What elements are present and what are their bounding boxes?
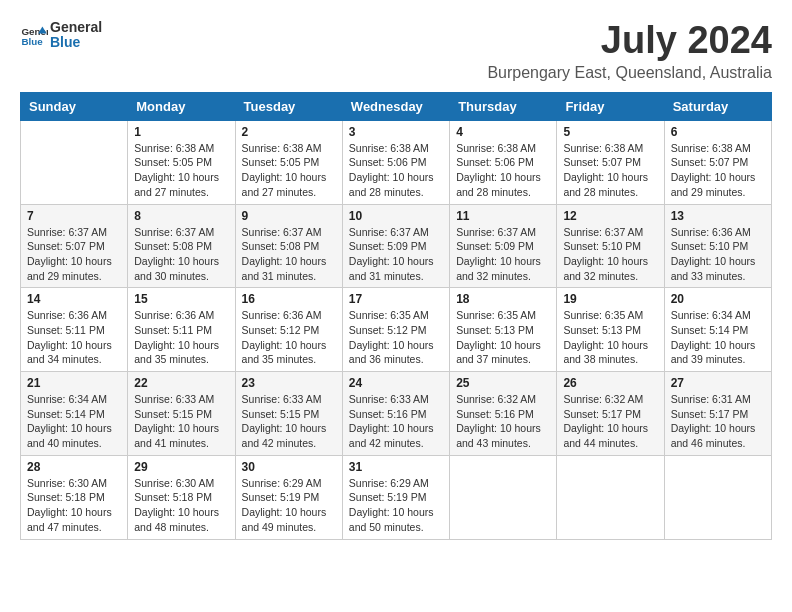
- calendar-day-cell: 23Sunrise: 6:33 AMSunset: 5:15 PMDayligh…: [235, 372, 342, 456]
- calendar-week-row: 7Sunrise: 6:37 AMSunset: 5:07 PMDaylight…: [21, 204, 772, 288]
- calendar-day-cell: 24Sunrise: 6:33 AMSunset: 5:16 PMDayligh…: [342, 372, 449, 456]
- day-number: 25: [456, 376, 550, 390]
- calendar-week-row: 1Sunrise: 6:38 AMSunset: 5:05 PMDaylight…: [21, 120, 772, 204]
- day-number: 4: [456, 125, 550, 139]
- day-info: Sunrise: 6:29 AMSunset: 5:19 PMDaylight:…: [349, 476, 443, 535]
- day-number: 22: [134, 376, 228, 390]
- day-number: 5: [563, 125, 657, 139]
- day-info: Sunrise: 6:38 AMSunset: 5:06 PMDaylight:…: [456, 141, 550, 200]
- calendar-day-cell: 20Sunrise: 6:34 AMSunset: 5:14 PMDayligh…: [664, 288, 771, 372]
- day-number: 12: [563, 209, 657, 223]
- day-number: 1: [134, 125, 228, 139]
- calendar-day-cell: [664, 455, 771, 539]
- day-number: 9: [242, 209, 336, 223]
- calendar-week-row: 28Sunrise: 6:30 AMSunset: 5:18 PMDayligh…: [21, 455, 772, 539]
- calendar-day-cell: 15Sunrise: 6:36 AMSunset: 5:11 PMDayligh…: [128, 288, 235, 372]
- day-number: 30: [242, 460, 336, 474]
- calendar-table: SundayMondayTuesdayWednesdayThursdayFrid…: [20, 92, 772, 540]
- day-info: Sunrise: 6:35 AMSunset: 5:13 PMDaylight:…: [456, 308, 550, 367]
- day-of-week-header: Saturday: [664, 92, 771, 120]
- calendar-day-cell: 21Sunrise: 6:34 AMSunset: 5:14 PMDayligh…: [21, 372, 128, 456]
- logo: General Blue General Blue: [20, 20, 102, 51]
- calendar-day-cell: 13Sunrise: 6:36 AMSunset: 5:10 PMDayligh…: [664, 204, 771, 288]
- day-info: Sunrise: 6:29 AMSunset: 5:19 PMDaylight:…: [242, 476, 336, 535]
- day-number: 7: [27, 209, 121, 223]
- day-info: Sunrise: 6:36 AMSunset: 5:11 PMDaylight:…: [27, 308, 121, 367]
- calendar-day-cell: 25Sunrise: 6:32 AMSunset: 5:16 PMDayligh…: [450, 372, 557, 456]
- day-number: 19: [563, 292, 657, 306]
- day-info: Sunrise: 6:37 AMSunset: 5:10 PMDaylight:…: [563, 225, 657, 284]
- calendar-header: SundayMondayTuesdayWednesdayThursdayFrid…: [21, 92, 772, 120]
- day-info: Sunrise: 6:33 AMSunset: 5:15 PMDaylight:…: [242, 392, 336, 451]
- calendar-day-cell: 22Sunrise: 6:33 AMSunset: 5:15 PMDayligh…: [128, 372, 235, 456]
- calendar-day-cell: 31Sunrise: 6:29 AMSunset: 5:19 PMDayligh…: [342, 455, 449, 539]
- calendar-day-cell: 27Sunrise: 6:31 AMSunset: 5:17 PMDayligh…: [664, 372, 771, 456]
- logo-icon: General Blue: [20, 21, 48, 49]
- day-number: 28: [27, 460, 121, 474]
- calendar-day-cell: 7Sunrise: 6:37 AMSunset: 5:07 PMDaylight…: [21, 204, 128, 288]
- day-number: 2: [242, 125, 336, 139]
- calendar-day-cell: 10Sunrise: 6:37 AMSunset: 5:09 PMDayligh…: [342, 204, 449, 288]
- day-info: Sunrise: 6:37 AMSunset: 5:09 PMDaylight:…: [349, 225, 443, 284]
- day-info: Sunrise: 6:38 AMSunset: 5:05 PMDaylight:…: [242, 141, 336, 200]
- day-info: Sunrise: 6:37 AMSunset: 5:08 PMDaylight:…: [134, 225, 228, 284]
- day-info: Sunrise: 6:30 AMSunset: 5:18 PMDaylight:…: [27, 476, 121, 535]
- day-info: Sunrise: 6:31 AMSunset: 5:17 PMDaylight:…: [671, 392, 765, 451]
- day-info: Sunrise: 6:37 AMSunset: 5:07 PMDaylight:…: [27, 225, 121, 284]
- day-number: 26: [563, 376, 657, 390]
- day-info: Sunrise: 6:33 AMSunset: 5:15 PMDaylight:…: [134, 392, 228, 451]
- day-number: 31: [349, 460, 443, 474]
- calendar-day-cell: 9Sunrise: 6:37 AMSunset: 5:08 PMDaylight…: [235, 204, 342, 288]
- day-number: 24: [349, 376, 443, 390]
- day-number: 20: [671, 292, 765, 306]
- calendar-day-cell: 2Sunrise: 6:38 AMSunset: 5:05 PMDaylight…: [235, 120, 342, 204]
- day-number: 16: [242, 292, 336, 306]
- calendar-day-cell: 11Sunrise: 6:37 AMSunset: 5:09 PMDayligh…: [450, 204, 557, 288]
- calendar-day-cell: 12Sunrise: 6:37 AMSunset: 5:10 PMDayligh…: [557, 204, 664, 288]
- day-info: Sunrise: 6:36 AMSunset: 5:10 PMDaylight:…: [671, 225, 765, 284]
- calendar-day-cell: 4Sunrise: 6:38 AMSunset: 5:06 PMDaylight…: [450, 120, 557, 204]
- calendar-day-cell: 30Sunrise: 6:29 AMSunset: 5:19 PMDayligh…: [235, 455, 342, 539]
- day-number: 29: [134, 460, 228, 474]
- day-of-week-header: Monday: [128, 92, 235, 120]
- calendar-day-cell: 17Sunrise: 6:35 AMSunset: 5:12 PMDayligh…: [342, 288, 449, 372]
- day-info: Sunrise: 6:35 AMSunset: 5:13 PMDaylight:…: [563, 308, 657, 367]
- day-number: 10: [349, 209, 443, 223]
- page-header: General Blue General Blue July 2024 Burp…: [20, 20, 772, 82]
- calendar-day-cell: [557, 455, 664, 539]
- calendar-day-cell: 19Sunrise: 6:35 AMSunset: 5:13 PMDayligh…: [557, 288, 664, 372]
- subtitle: Burpengary East, Queensland, Australia: [487, 64, 772, 82]
- calendar-day-cell: 1Sunrise: 6:38 AMSunset: 5:05 PMDaylight…: [128, 120, 235, 204]
- logo-line2: Blue: [50, 35, 102, 50]
- day-of-week-header: Thursday: [450, 92, 557, 120]
- day-number: 14: [27, 292, 121, 306]
- day-info: Sunrise: 6:35 AMSunset: 5:12 PMDaylight:…: [349, 308, 443, 367]
- calendar-day-cell: 5Sunrise: 6:38 AMSunset: 5:07 PMDaylight…: [557, 120, 664, 204]
- calendar-day-cell: 26Sunrise: 6:32 AMSunset: 5:17 PMDayligh…: [557, 372, 664, 456]
- day-info: Sunrise: 6:38 AMSunset: 5:07 PMDaylight:…: [563, 141, 657, 200]
- day-info: Sunrise: 6:34 AMSunset: 5:14 PMDaylight:…: [27, 392, 121, 451]
- day-info: Sunrise: 6:36 AMSunset: 5:11 PMDaylight:…: [134, 308, 228, 367]
- calendar-week-row: 21Sunrise: 6:34 AMSunset: 5:14 PMDayligh…: [21, 372, 772, 456]
- day-info: Sunrise: 6:38 AMSunset: 5:07 PMDaylight:…: [671, 141, 765, 200]
- day-of-week-header: Wednesday: [342, 92, 449, 120]
- svg-text:Blue: Blue: [21, 36, 43, 47]
- calendar-day-cell: 18Sunrise: 6:35 AMSunset: 5:13 PMDayligh…: [450, 288, 557, 372]
- calendar-day-cell: 14Sunrise: 6:36 AMSunset: 5:11 PMDayligh…: [21, 288, 128, 372]
- day-number: 3: [349, 125, 443, 139]
- calendar-day-cell: 3Sunrise: 6:38 AMSunset: 5:06 PMDaylight…: [342, 120, 449, 204]
- day-info: Sunrise: 6:38 AMSunset: 5:05 PMDaylight:…: [134, 141, 228, 200]
- day-info: Sunrise: 6:32 AMSunset: 5:16 PMDaylight:…: [456, 392, 550, 451]
- calendar-day-cell: [21, 120, 128, 204]
- day-number: 17: [349, 292, 443, 306]
- day-number: 13: [671, 209, 765, 223]
- day-number: 21: [27, 376, 121, 390]
- day-info: Sunrise: 6:36 AMSunset: 5:12 PMDaylight:…: [242, 308, 336, 367]
- day-of-week-header: Friday: [557, 92, 664, 120]
- day-number: 11: [456, 209, 550, 223]
- day-info: Sunrise: 6:34 AMSunset: 5:14 PMDaylight:…: [671, 308, 765, 367]
- calendar-day-cell: 28Sunrise: 6:30 AMSunset: 5:18 PMDayligh…: [21, 455, 128, 539]
- day-info: Sunrise: 6:33 AMSunset: 5:16 PMDaylight:…: [349, 392, 443, 451]
- day-info: Sunrise: 6:37 AMSunset: 5:09 PMDaylight:…: [456, 225, 550, 284]
- day-number: 27: [671, 376, 765, 390]
